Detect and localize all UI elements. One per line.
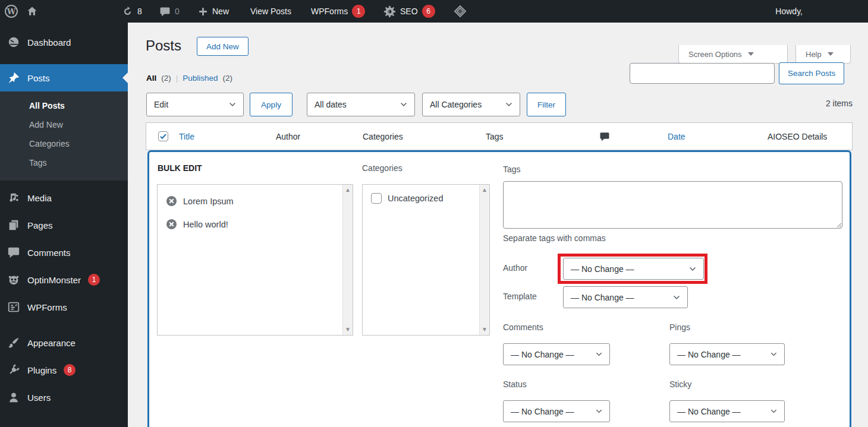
- tags-textarea[interactable]: [503, 181, 842, 229]
- new-content-menu[interactable]: New: [198, 0, 229, 23]
- page-title: Posts: [146, 37, 181, 54]
- chevron-down-icon: [769, 350, 778, 359]
- plus-icon: [198, 7, 208, 17]
- comments-label: Comments: [503, 322, 543, 332]
- main-content: Screen Options Help Posts Add New Search…: [128, 23, 868, 427]
- status-select[interactable]: — No Change —: [503, 400, 610, 422]
- plugins-icon: [7, 363, 20, 377]
- wordpress-logo-icon: W: [5, 5, 18, 18]
- view-published-link[interactable]: Published: [183, 74, 218, 83]
- updates-link[interactable]: 8: [122, 0, 142, 23]
- scroll-up-icon[interactable]: ▲: [482, 187, 488, 193]
- sidebar-item-users[interactable]: Users: [0, 384, 128, 411]
- gear-icon: [383, 5, 396, 18]
- theme-adminbar-menu[interactable]: [453, 0, 467, 23]
- bulk-edit-categories-list: Uncategorized ▲ ▼: [362, 184, 490, 336]
- scroll-down-icon[interactable]: ▼: [482, 327, 488, 333]
- dates-filter-select[interactable]: All dates: [307, 93, 415, 116]
- wpforms-adminbar-menu[interactable]: WPForms 1: [311, 0, 365, 23]
- sidebar-item-comments[interactable]: Comments: [0, 239, 128, 266]
- seo-badge: 6: [422, 5, 435, 18]
- admin-bar: W 8 0 New View Posts: [0, 0, 868, 23]
- filter-button[interactable]: Filter: [527, 93, 566, 116]
- chevron-down-icon: [769, 407, 778, 416]
- list-item-category: Uncategorized: [363, 185, 489, 210]
- template-select[interactable]: — No Change —: [563, 286, 688, 308]
- remove-icon[interactable]: [166, 219, 177, 230]
- chevron-down-icon: [228, 100, 237, 109]
- scroll-down-icon[interactable]: ▼: [345, 327, 351, 333]
- sidebar-item-plugins[interactable]: Plugins 8: [0, 356, 128, 384]
- sidebar-item-pages[interactable]: Pages: [0, 211, 128, 239]
- list-item-post: Lorem Ipsum: [158, 189, 353, 213]
- remove-icon[interactable]: [166, 195, 177, 207]
- view-all-link[interactable]: All: [146, 74, 156, 83]
- site-home-link[interactable]: [26, 0, 38, 23]
- sidebar-item-dashboard[interactable]: Dashboard: [0, 29, 128, 56]
- view-posts-link[interactable]: View Posts: [250, 0, 291, 23]
- screen-options-tab[interactable]: Screen Options: [678, 45, 788, 64]
- apply-button[interactable]: Apply: [250, 93, 293, 116]
- appearance-icon: [7, 336, 20, 349]
- scrollbar[interactable]: ▲ ▼: [342, 185, 353, 335]
- column-aioseo: AIOSEO Details: [768, 123, 827, 150]
- pings-select[interactable]: — No Change —: [669, 343, 785, 365]
- view-published-count: (2): [223, 74, 233, 83]
- sidebar-item-media[interactable]: Media: [0, 184, 128, 211]
- sidebar-subitem-add-new[interactable]: Add New: [0, 115, 128, 134]
- home-icon: [26, 5, 38, 17]
- bulk-action-select[interactable]: Edit: [146, 93, 244, 116]
- seo-adminbar-menu[interactable]: SEO 6: [383, 0, 435, 23]
- bulk-edit-panel: BULK EDIT Lorem Ipsum: [147, 150, 851, 427]
- search-posts-button[interactable]: Search Posts: [779, 62, 844, 84]
- categories-filter-select[interactable]: All Categories: [422, 93, 520, 116]
- add-new-button[interactable]: Add New: [197, 37, 249, 56]
- sidebar-item-wpforms[interactable]: WPForms: [0, 293, 128, 321]
- author-select[interactable]: — No Change —: [563, 258, 704, 280]
- posts-submenu: All Posts Add New Categories Tags: [0, 91, 128, 181]
- comment-icon: [599, 131, 610, 142]
- check-icon: [159, 132, 167, 140]
- template-label: Template: [503, 292, 537, 301]
- sidebar-subitem-tags[interactable]: Tags: [0, 153, 128, 172]
- select-all-checkbox[interactable]: [158, 123, 168, 150]
- bulk-edit-title: BULK EDIT: [158, 163, 202, 173]
- pushpin-icon: [7, 71, 20, 84]
- post-title: Hello world!: [183, 220, 228, 229]
- sidebar-item-posts[interactable]: Posts: [0, 64, 128, 91]
- plugins-badge: 8: [64, 364, 76, 376]
- column-categories: Categories: [363, 123, 403, 150]
- sidebar-item-appearance[interactable]: Appearance: [0, 329, 128, 356]
- category-checkbox[interactable]: [371, 193, 382, 204]
- sidebar-subitem-categories[interactable]: Categories: [0, 134, 128, 153]
- sidebar-item-optinmonster[interactable]: OptinMonster 1: [0, 266, 128, 293]
- column-date[interactable]: Date: [668, 123, 685, 150]
- posts-table-header: Title Author Categories Tags Date AIOSEO…: [146, 122, 853, 150]
- updates-count: 8: [137, 7, 142, 16]
- help-tab[interactable]: Help: [795, 45, 851, 64]
- scroll-up-icon[interactable]: ▲: [345, 187, 351, 193]
- comment-icon: [7, 246, 20, 259]
- wordpress-menu[interactable]: W: [5, 0, 18, 23]
- chevron-down-icon: [399, 100, 408, 109]
- view-filters: All (2) | Published (2): [146, 74, 232, 83]
- chevron-down-icon: [504, 100, 514, 109]
- items-count: 2 items: [826, 99, 853, 108]
- optinmonster-badge: 1: [88, 274, 100, 286]
- chevron-down-icon: [828, 52, 834, 56]
- chevron-down-icon: [595, 350, 603, 359]
- dashboard-icon: [7, 36, 20, 49]
- updates-icon: [122, 6, 133, 17]
- pings-label: Pings: [669, 322, 690, 332]
- wpforms-badge: 1: [352, 5, 365, 18]
- chevron-down-icon: [595, 407, 603, 416]
- search-input[interactable]: [630, 63, 775, 84]
- column-title[interactable]: Title: [179, 123, 194, 150]
- admin-sidebar: Dashboard Posts All Posts Add New Catego…: [0, 23, 128, 427]
- scrollbar[interactable]: ▲ ▼: [479, 185, 489, 335]
- sticky-select[interactable]: — No Change —: [669, 400, 785, 422]
- comments-select[interactable]: — No Change —: [503, 343, 610, 365]
- sidebar-subitem-all-posts[interactable]: All Posts: [0, 96, 128, 115]
- howdy-account-menu[interactable]: Howdy,: [775, 0, 803, 23]
- comments-link[interactable]: 0: [159, 0, 180, 23]
